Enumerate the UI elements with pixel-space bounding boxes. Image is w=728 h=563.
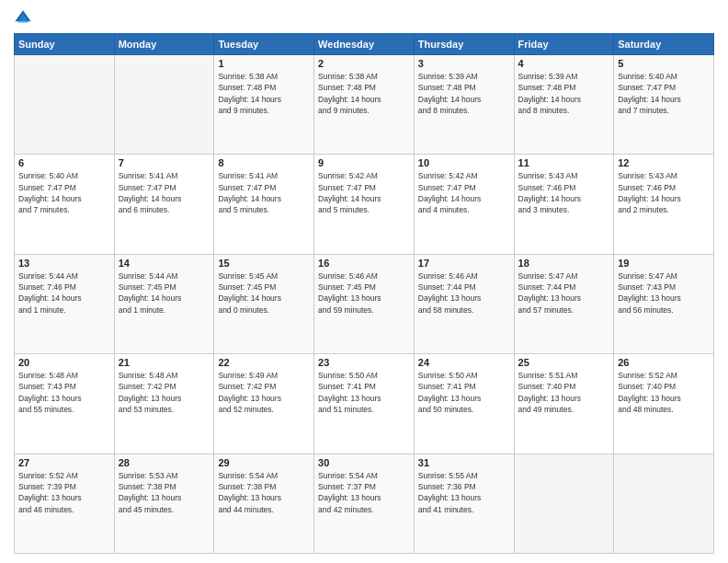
day-number: 23 bbox=[318, 357, 410, 368]
calendar-cell bbox=[15, 55, 115, 155]
calendar-header: SundayMondayTuesdayWednesdayThursdayFrid… bbox=[15, 34, 714, 55]
calendar-week-1: 1Sunrise: 5:38 AM Sunset: 7:48 PM Daylig… bbox=[15, 55, 714, 155]
day-number: 6 bbox=[18, 157, 110, 168]
calendar-cell: 30Sunrise: 5:54 AM Sunset: 7:37 PM Dayli… bbox=[314, 454, 415, 553]
calendar-cell: 4Sunrise: 5:39 AM Sunset: 7:48 PM Daylig… bbox=[514, 55, 614, 155]
day-info: Sunrise: 5:47 AM Sunset: 7:44 PM Dayligh… bbox=[518, 270, 610, 316]
day-info: Sunrise: 5:54 AM Sunset: 7:37 PM Dayligh… bbox=[318, 470, 410, 515]
logo bbox=[14, 9, 36, 28]
calendar-table: SundayMondayTuesdayWednesdayThursdayFrid… bbox=[14, 33, 714, 554]
calendar-cell: 22Sunrise: 5:49 AM Sunset: 7:42 PM Dayli… bbox=[214, 354, 314, 454]
day-number: 31 bbox=[418, 457, 510, 468]
day-number: 4 bbox=[518, 58, 610, 69]
weekday-header-thursday: Thursday bbox=[414, 34, 514, 55]
day-number: 21 bbox=[119, 357, 210, 368]
day-info: Sunrise: 5:49 AM Sunset: 7:42 PM Dayligh… bbox=[218, 370, 310, 415]
calendar-week-4: 20Sunrise: 5:48 AM Sunset: 7:43 PM Dayli… bbox=[15, 354, 714, 454]
logo-icon bbox=[14, 9, 32, 28]
calendar-cell: 10Sunrise: 5:42 AM Sunset: 7:47 PM Dayli… bbox=[414, 155, 514, 254]
day-info: Sunrise: 5:43 AM Sunset: 7:46 PM Dayligh… bbox=[518, 170, 610, 215]
day-info: Sunrise: 5:51 AM Sunset: 7:40 PM Dayligh… bbox=[518, 370, 610, 415]
calendar-week-3: 13Sunrise: 5:44 AM Sunset: 7:46 PM Dayli… bbox=[15, 254, 714, 353]
day-info: Sunrise: 5:44 AM Sunset: 7:46 PM Dayligh… bbox=[18, 270, 110, 316]
day-info: Sunrise: 5:52 AM Sunset: 7:40 PM Dayligh… bbox=[618, 370, 710, 415]
day-number: 22 bbox=[218, 357, 310, 368]
day-info: Sunrise: 5:48 AM Sunset: 7:42 PM Dayligh… bbox=[119, 370, 210, 415]
calendar-cell: 20Sunrise: 5:48 AM Sunset: 7:43 PM Dayli… bbox=[15, 354, 115, 454]
day-number: 29 bbox=[218, 457, 310, 468]
calendar-week-2: 6Sunrise: 5:40 AM Sunset: 7:47 PM Daylig… bbox=[15, 155, 714, 254]
day-info: Sunrise: 5:55 AM Sunset: 7:36 PM Dayligh… bbox=[418, 470, 510, 515]
day-number: 5 bbox=[618, 58, 710, 69]
day-number: 7 bbox=[119, 157, 210, 168]
calendar-cell: 17Sunrise: 5:46 AM Sunset: 7:44 PM Dayli… bbox=[414, 254, 514, 353]
calendar-cell: 26Sunrise: 5:52 AM Sunset: 7:40 PM Dayli… bbox=[614, 354, 714, 454]
day-number: 14 bbox=[119, 258, 210, 269]
page: SundayMondayTuesdayWednesdayThursdayFrid… bbox=[0, 0, 728, 563]
day-number: 13 bbox=[18, 258, 110, 269]
day-info: Sunrise: 5:54 AM Sunset: 7:38 PM Dayligh… bbox=[218, 470, 310, 515]
day-number: 30 bbox=[318, 457, 410, 468]
day-info: Sunrise: 5:46 AM Sunset: 7:45 PM Dayligh… bbox=[318, 270, 410, 316]
day-number: 24 bbox=[418, 357, 510, 368]
day-info: Sunrise: 5:47 AM Sunset: 7:43 PM Dayligh… bbox=[618, 270, 710, 316]
day-number: 10 bbox=[418, 157, 510, 168]
day-info: Sunrise: 5:50 AM Sunset: 7:41 PM Dayligh… bbox=[318, 370, 410, 415]
day-number: 8 bbox=[218, 157, 310, 168]
day-info: Sunrise: 5:53 AM Sunset: 7:38 PM Dayligh… bbox=[119, 470, 210, 515]
day-number: 26 bbox=[618, 357, 710, 368]
day-info: Sunrise: 5:43 AM Sunset: 7:46 PM Dayligh… bbox=[618, 170, 710, 215]
weekday-header-sunday: Sunday bbox=[15, 34, 115, 55]
day-info: Sunrise: 5:41 AM Sunset: 7:47 PM Dayligh… bbox=[119, 170, 210, 215]
calendar-cell: 7Sunrise: 5:41 AM Sunset: 7:47 PM Daylig… bbox=[114, 155, 214, 254]
calendar-cell: 1Sunrise: 5:38 AM Sunset: 7:48 PM Daylig… bbox=[214, 55, 314, 155]
header bbox=[14, 9, 714, 28]
day-info: Sunrise: 5:52 AM Sunset: 7:39 PM Dayligh… bbox=[18, 470, 110, 515]
calendar-cell: 6Sunrise: 5:40 AM Sunset: 7:47 PM Daylig… bbox=[15, 155, 115, 254]
day-number: 25 bbox=[518, 357, 610, 368]
calendar-cell: 15Sunrise: 5:45 AM Sunset: 7:45 PM Dayli… bbox=[214, 254, 314, 353]
day-info: Sunrise: 5:38 AM Sunset: 7:48 PM Dayligh… bbox=[318, 71, 410, 116]
weekday-header-wednesday: Wednesday bbox=[314, 34, 415, 55]
weekday-row: SundayMondayTuesdayWednesdayThursdayFrid… bbox=[15, 34, 714, 55]
day-info: Sunrise: 5:46 AM Sunset: 7:44 PM Dayligh… bbox=[418, 270, 510, 316]
weekday-header-tuesday: Tuesday bbox=[214, 34, 314, 55]
day-info: Sunrise: 5:38 AM Sunset: 7:48 PM Dayligh… bbox=[218, 71, 310, 116]
calendar-cell: 25Sunrise: 5:51 AM Sunset: 7:40 PM Dayli… bbox=[514, 354, 614, 454]
calendar-cell: 23Sunrise: 5:50 AM Sunset: 7:41 PM Dayli… bbox=[314, 354, 415, 454]
day-number: 17 bbox=[418, 258, 510, 269]
calendar-cell: 18Sunrise: 5:47 AM Sunset: 7:44 PM Dayli… bbox=[514, 254, 614, 353]
calendar-cell bbox=[614, 454, 714, 553]
calendar-cell: 11Sunrise: 5:43 AM Sunset: 7:46 PM Dayli… bbox=[514, 155, 614, 254]
calendar-cell bbox=[514, 454, 614, 553]
calendar-cell: 12Sunrise: 5:43 AM Sunset: 7:46 PM Dayli… bbox=[614, 155, 714, 254]
day-number: 2 bbox=[318, 58, 410, 69]
day-info: Sunrise: 5:42 AM Sunset: 7:47 PM Dayligh… bbox=[318, 170, 410, 215]
calendar-cell: 27Sunrise: 5:52 AM Sunset: 7:39 PM Dayli… bbox=[15, 454, 115, 553]
day-number: 16 bbox=[318, 258, 410, 269]
day-number: 15 bbox=[218, 258, 310, 269]
calendar-cell: 5Sunrise: 5:40 AM Sunset: 7:47 PM Daylig… bbox=[614, 55, 714, 155]
day-info: Sunrise: 5:42 AM Sunset: 7:47 PM Dayligh… bbox=[418, 170, 510, 215]
day-number: 28 bbox=[119, 457, 210, 468]
calendar-body: 1Sunrise: 5:38 AM Sunset: 7:48 PM Daylig… bbox=[15, 55, 714, 554]
day-info: Sunrise: 5:39 AM Sunset: 7:48 PM Dayligh… bbox=[418, 71, 510, 116]
day-info: Sunrise: 5:39 AM Sunset: 7:48 PM Dayligh… bbox=[518, 71, 610, 116]
calendar-cell: 28Sunrise: 5:53 AM Sunset: 7:38 PM Dayli… bbox=[114, 454, 214, 553]
calendar-cell: 14Sunrise: 5:44 AM Sunset: 7:45 PM Dayli… bbox=[114, 254, 214, 353]
calendar-cell: 16Sunrise: 5:46 AM Sunset: 7:45 PM Dayli… bbox=[314, 254, 415, 353]
day-number: 19 bbox=[618, 258, 710, 269]
day-number: 12 bbox=[618, 157, 710, 168]
day-info: Sunrise: 5:48 AM Sunset: 7:43 PM Dayligh… bbox=[18, 370, 110, 415]
day-number: 20 bbox=[18, 357, 110, 368]
day-info: Sunrise: 5:41 AM Sunset: 7:47 PM Dayligh… bbox=[218, 170, 310, 215]
calendar-cell: 9Sunrise: 5:42 AM Sunset: 7:47 PM Daylig… bbox=[314, 155, 415, 254]
day-number: 18 bbox=[518, 258, 610, 269]
day-info: Sunrise: 5:44 AM Sunset: 7:45 PM Dayligh… bbox=[119, 270, 210, 316]
calendar-cell: 21Sunrise: 5:48 AM Sunset: 7:42 PM Dayli… bbox=[114, 354, 214, 454]
day-info: Sunrise: 5:40 AM Sunset: 7:47 PM Dayligh… bbox=[618, 71, 710, 116]
calendar-week-5: 27Sunrise: 5:52 AM Sunset: 7:39 PM Dayli… bbox=[15, 454, 714, 553]
calendar-cell: 29Sunrise: 5:54 AM Sunset: 7:38 PM Dayli… bbox=[214, 454, 314, 553]
weekday-header-saturday: Saturday bbox=[614, 34, 714, 55]
day-number: 11 bbox=[518, 157, 610, 168]
